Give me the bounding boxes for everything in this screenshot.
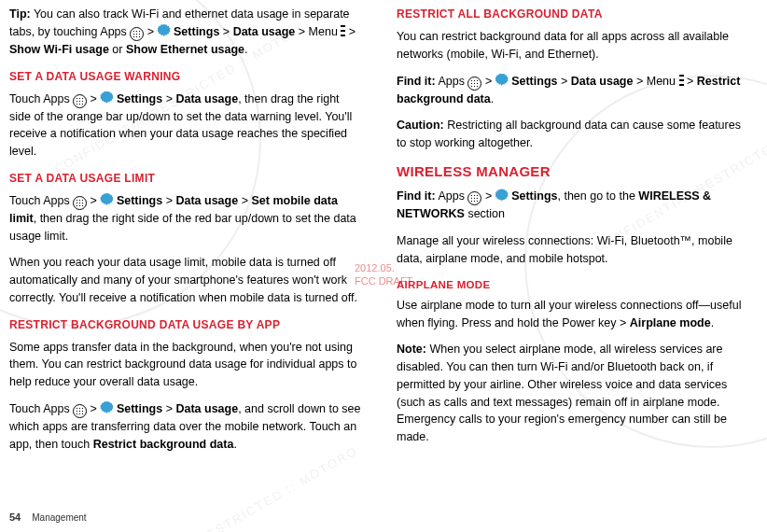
heading-set-limit: SET A DATA USAGE LIMIT: [9, 170, 363, 187]
airplane-mode-label: Airplane mode: [630, 316, 711, 329]
note-paragraph: Note: When you select airplane mode, all…: [397, 341, 750, 446]
apps-icon: [73, 404, 87, 418]
tip-label: Tip:: [9, 7, 31, 21]
apps-icon: [73, 196, 87, 210]
heading-set-warning: SET A DATA USAGE WARNING: [9, 68, 363, 85]
find-it-label: Find it:: [397, 75, 436, 88]
data-usage-label: Data usage: [175, 92, 238, 105]
gt: >: [242, 194, 248, 207]
settings-icon: [495, 74, 509, 87]
caution-paragraph: Caution: Restricting all background data…: [397, 117, 750, 152]
apps-icon: [467, 77, 481, 91]
right-column: RESTRICT ALL BACKGROUND DATA You can res…: [397, 6, 750, 462]
note-label: Note:: [397, 343, 426, 356]
text: Touch Apps: [9, 194, 73, 207]
settings-label: Settings: [511, 189, 557, 203]
left-column: Tip: You can also track Wi-Fi and ethern…: [9, 6, 363, 462]
gt: >: [349, 25, 356, 38]
menu-icon: [679, 74, 684, 87]
gt: >: [485, 75, 492, 88]
restrict-bg-label: Restrict background data: [93, 438, 234, 451]
gt: >: [166, 194, 173, 207]
or-text: or: [109, 43, 126, 56]
gt: >: [91, 92, 97, 105]
page-number: 54: [9, 510, 21, 525]
gt: >: [636, 75, 643, 88]
caution-label: Caution:: [397, 119, 444, 132]
data-usage-label: Data usage: [571, 75, 634, 88]
heading-restrict-all: RESTRICT ALL BACKGROUND DATA: [397, 6, 750, 22]
gt: >: [687, 75, 693, 88]
period: .: [244, 43, 247, 56]
show-wifi-label: Show Wi-Fi usage: [9, 43, 109, 56]
airplane-p1: Use airplane mode to turn all your wirel…: [397, 297, 750, 332]
apps-word: Apps: [436, 75, 468, 88]
settings-label: Settings: [117, 194, 162, 207]
data-usage-label: Data usage: [233, 25, 296, 38]
text: Touch Apps: [9, 92, 73, 105]
apps-icon: [73, 94, 87, 108]
wireless-findit: Find it: Apps > Settings, then go to the…: [397, 188, 750, 223]
period: .: [491, 92, 494, 105]
apps-word: Apps: [436, 189, 468, 203]
settings-icon: [100, 193, 113, 206]
settings-icon: [100, 91, 113, 105]
apps-icon: [467, 191, 481, 205]
restrict-app-p1: Some apps transfer data in the backgroun…: [9, 339, 363, 391]
note-text: When you select airplane mode, all wirel…: [397, 343, 727, 443]
show-eth-label: Show Ethernet usage: [126, 43, 244, 56]
gt: >: [299, 25, 305, 38]
settings-icon: [495, 189, 509, 202]
settings-label: Settings: [174, 25, 219, 38]
apps-icon: [130, 27, 144, 41]
text: , then go to the: [557, 189, 638, 203]
page-footer: 54 Management: [9, 510, 87, 525]
gt: >: [166, 92, 173, 105]
limit-paragraph-2: When you reach your data usage limit, mo…: [9, 254, 363, 306]
data-usage-label: Data usage: [175, 402, 238, 415]
page-content: Tip: You can also track Wi-Fi and ethern…: [0, 0, 767, 462]
settings-label: Settings: [117, 92, 162, 105]
gt: >: [561, 75, 567, 88]
period: .: [233, 438, 236, 451]
wireless-p2: Manage all your wireless connections: Wi…: [397, 232, 750, 268]
text: Touch Apps: [9, 402, 73, 415]
text: , then drag the right side of the red ba…: [9, 212, 356, 243]
restrict-all-findit: Find it: Apps > Settings > Data usage > …: [397, 73, 750, 108]
data-usage-label: Data usage: [175, 194, 238, 207]
limit-paragraph-1: Touch Apps > Settings > Data usage > Set…: [9, 192, 363, 245]
menu-icon: [341, 24, 345, 37]
warning-paragraph: Touch Apps > Settings > Data usage, then…: [9, 91, 363, 161]
gt: >: [485, 189, 492, 203]
menu-label: Menu: [647, 75, 676, 88]
section-text: section: [465, 207, 505, 220]
settings-label: Settings: [117, 402, 162, 415]
footer-section: Management: [32, 511, 86, 525]
tip-paragraph: Tip: You can also track Wi-Fi and ethern…: [9, 6, 363, 59]
gt: >: [166, 402, 173, 415]
find-it-label: Find it:: [397, 189, 436, 203]
restrict-all-p1: You can restrict background data for all…: [397, 28, 750, 63]
menu-label: Menu: [309, 25, 338, 38]
gt: >: [91, 194, 97, 207]
heading-wireless-manager: WIRELESS MANAGER: [397, 161, 750, 183]
gt: >: [223, 25, 230, 38]
heading-restrict-by-app: RESTRICT BACKGROUND DATA USAGE BY APP: [9, 316, 363, 333]
settings-icon: [100, 401, 113, 414]
settings-icon: [158, 24, 171, 37]
caution-text: Restricting all background data can caus…: [397, 119, 741, 149]
gt: >: [91, 402, 97, 415]
restrict-app-p2: Touch Apps > Settings > Data usage, and …: [9, 400, 363, 454]
period: .: [711, 316, 714, 329]
gt: >: [147, 25, 154, 38]
heading-airplane-mode: AIRPLANE MODE: [397, 277, 750, 293]
settings-label: Settings: [511, 75, 557, 88]
